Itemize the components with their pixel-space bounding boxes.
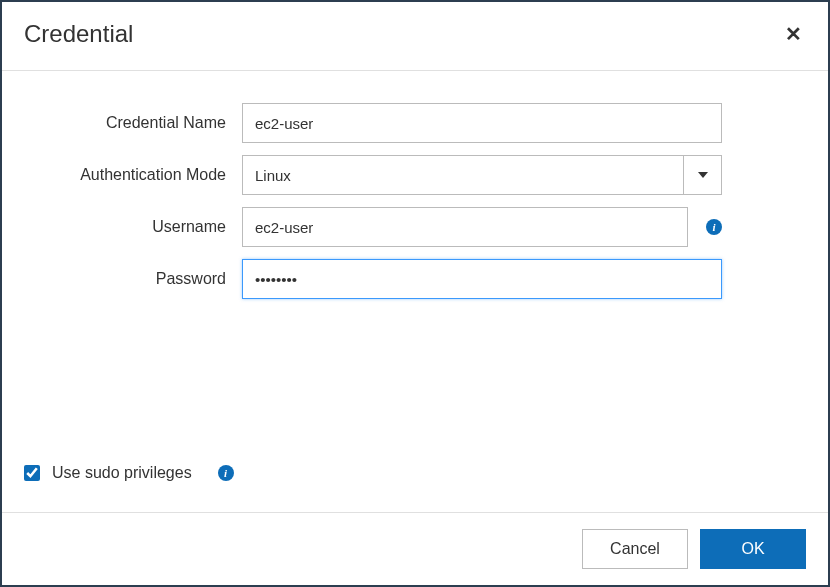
sudo-row: Use sudo privileges i [24,464,234,482]
label-auth-mode: Authentication Mode [22,166,242,184]
label-username: Username [22,218,242,236]
chevron-down-icon[interactable] [683,156,721,194]
dialog-title: Credential [24,20,133,48]
credential-name-input[interactable] [242,103,722,143]
password-input[interactable] [242,259,722,299]
auth-mode-value: Linux [243,156,683,194]
wrap-credential-name [242,103,722,143]
label-password: Password [22,270,242,288]
row-credential-name: Credential Name [22,103,768,143]
dialog-footer: Cancel OK [2,512,828,585]
credential-dialog: Credential ✕ Credential Name Authenticat… [0,0,830,587]
ok-button[interactable]: OK [700,529,806,569]
row-password: Password [22,259,768,299]
wrap-username: i [242,207,722,247]
dialog-header: Credential ✕ [2,2,828,71]
wrap-password [242,259,722,299]
username-input[interactable] [242,207,688,247]
row-auth-mode: Authentication Mode Linux [22,155,768,195]
sudo-label: Use sudo privileges [52,464,192,482]
info-icon[interactable]: i [218,465,234,481]
cancel-button[interactable]: Cancel [582,529,688,569]
label-credential-name: Credential Name [22,114,242,132]
info-icon[interactable]: i [706,219,722,235]
sudo-checkbox[interactable] [24,465,40,481]
row-username: Username i [22,207,768,247]
wrap-auth-mode: Linux [242,155,722,195]
close-icon[interactable]: ✕ [781,24,806,44]
auth-mode-select[interactable]: Linux [242,155,722,195]
dialog-body: Credential Name Authentication Mode Linu… [2,71,828,512]
